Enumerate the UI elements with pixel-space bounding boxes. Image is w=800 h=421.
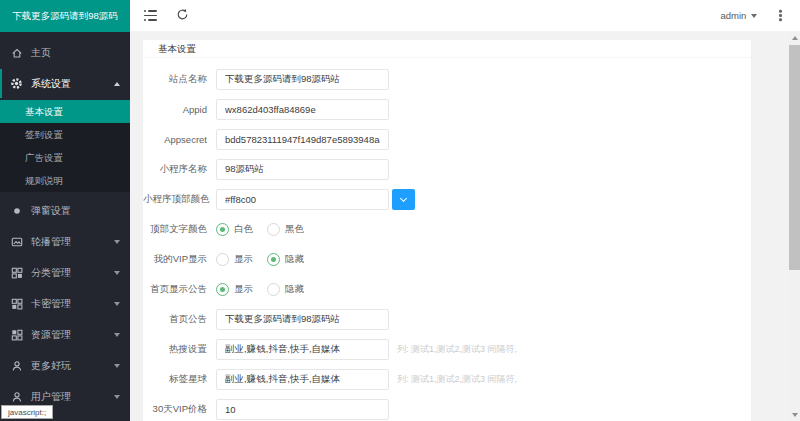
sidebar-item-category[interactable]: 分类管理 <box>0 258 130 287</box>
miniprogram-name-input[interactable] <box>216 159 389 180</box>
field-label: Appsecret <box>143 134 216 145</box>
form-row: 标签星球 列: 测试1,测试2,测试3 间隔符, <box>143 369 751 390</box>
field-label: 首页显示公告 <box>143 283 216 296</box>
system-settings-submenu: 基本设置 签到设置 广告设置 规则说明 <box>0 100 130 192</box>
form-row: 30天VIP价格 <box>143 399 751 420</box>
username: admin <box>721 10 747 21</box>
form-row: 小程序名称 <box>143 159 751 180</box>
site-name-input[interactable] <box>216 69 389 90</box>
carousel-icon <box>10 235 23 248</box>
resource-icon <box>10 328 23 341</box>
sidebar-subitem-basic-settings[interactable]: 基本设置 <box>0 100 130 123</box>
field-label: 顶部文字颜色 <box>143 223 216 236</box>
radio-option-hide[interactable]: 隐藏 <box>267 253 304 266</box>
triangle-down-icon <box>792 413 798 417</box>
radio-icon <box>216 283 229 296</box>
sidebar-item-label: 资源管理 <box>31 328 71 342</box>
sidebar-item-label: 卡密管理 <box>31 297 71 311</box>
radio-icon <box>267 253 280 266</box>
topbar: admin <box>130 0 800 32</box>
sidebar-item-popup-settings[interactable]: 弹窗设置 <box>0 196 130 225</box>
sidebar-item-label: 分类管理 <box>31 266 71 280</box>
triangle-up-icon <box>792 36 798 40</box>
main-area: admin 基本设置 站点名称 Appid <box>130 0 800 421</box>
radio-option-show[interactable]: 显示 <box>216 253 253 266</box>
sidebar-item-carousel[interactable]: 轮播管理 <box>0 227 130 256</box>
card-key-icon <box>10 297 23 310</box>
chevron-down-icon <box>114 364 120 368</box>
toggle-sidebar-icon[interactable] <box>144 10 157 21</box>
refresh-icon[interactable] <box>176 7 189 25</box>
field-label: 站点名称 <box>143 73 216 86</box>
sidebar-subitem-checkin-settings[interactable]: 签到设置 <box>0 123 130 146</box>
sidebar-subitem-ad-settings[interactable]: 广告设置 <box>0 146 130 169</box>
color-picker-button[interactable] <box>392 189 415 210</box>
radio-option-show[interactable]: 显示 <box>216 283 253 296</box>
appid-input[interactable] <box>216 99 389 120</box>
sidebar-subitem-rules[interactable]: 规则说明 <box>0 169 130 192</box>
appsecret-input[interactable] <box>216 129 389 150</box>
field-label: Appid <box>143 104 216 115</box>
form-row: 小程序顶部颜色 <box>143 189 751 210</box>
field-label: 热搜设置 <box>143 343 216 356</box>
vertical-scrollbar[interactable] <box>789 32 800 421</box>
top-color-input[interactable] <box>216 189 389 210</box>
sidebar-nav: 主页 系统设置 基本设置 签到设置 广告设置 规则说明 <box>0 32 130 411</box>
radio-icon <box>267 223 280 236</box>
form-row: Appsecret <box>143 129 751 150</box>
dot-icon <box>10 204 23 217</box>
radio-option-white[interactable]: 白色 <box>216 223 253 236</box>
sidebar-item-card-key[interactable]: 卡密管理 <box>0 289 130 318</box>
fun-icon <box>10 359 23 372</box>
chevron-down-icon <box>114 240 120 244</box>
admin-app: 下载更多源码请到98源码 主页 系统设置 基本设置 <box>0 0 800 421</box>
chevron-down-icon <box>400 195 407 202</box>
sidebar-item-label: 更多好玩 <box>31 359 71 373</box>
scrollbar-thumb[interactable] <box>789 45 800 270</box>
sidebar-item-home[interactable]: 主页 <box>0 38 130 67</box>
form-row: Appid <box>143 99 751 120</box>
home-notice-input[interactable] <box>216 309 389 330</box>
vip-price-input[interactable] <box>216 399 389 420</box>
more-options-icon[interactable] <box>779 14 782 17</box>
scroll-up-button[interactable] <box>789 32 800 44</box>
gear-icon <box>10 77 23 90</box>
chevron-down-icon <box>114 271 120 275</box>
user-menu[interactable]: admin <box>721 10 758 21</box>
sidebar-item-resource[interactable]: 资源管理 <box>0 320 130 349</box>
field-label: 30天VIP价格 <box>143 403 216 416</box>
radio-option-black[interactable]: 黑色 <box>267 223 304 236</box>
scroll-down-button[interactable] <box>789 409 800 421</box>
hot-search-input[interactable] <box>216 339 389 360</box>
sidebar-item-label: 主页 <box>31 46 51 60</box>
field-hint: 列: 测试1,测试2,测试3 间隔符, <box>397 343 517 356</box>
sidebar-item-label: 系统设置 <box>31 77 71 91</box>
sidebar-item-more-fun[interactable]: 更多好玩 <box>0 351 130 380</box>
page-content: 基本设置 站点名称 Appid Appsecret <box>130 32 789 421</box>
radio-icon <box>267 283 280 296</box>
category-icon <box>10 266 23 279</box>
chevron-down-icon <box>114 395 120 399</box>
sidebar-logo: 下载更多源码请到98源码 <box>0 0 130 32</box>
form-row: 首页公告 <box>143 309 751 330</box>
settings-card: 基本设置 站点名称 Appid Appsecret <box>143 40 751 421</box>
home-icon <box>10 46 23 59</box>
sidebar-item-label: 轮播管理 <box>31 235 71 249</box>
field-label: 标签星球 <box>143 373 216 386</box>
field-label: 我的VIP显示 <box>143 253 216 266</box>
radio-option-hide[interactable]: 隐藏 <box>267 283 304 296</box>
tag-planet-input[interactable] <box>216 369 389 390</box>
settings-form: 站点名称 Appid Appsecret 小程序名称 <box>143 58 751 420</box>
field-label: 小程序顶部颜色 <box>143 193 216 206</box>
radio-icon <box>216 253 229 266</box>
chevron-down-icon <box>114 333 120 337</box>
field-label: 首页公告 <box>143 313 216 326</box>
card-title: 基本设置 <box>143 40 751 58</box>
sidebar-item-system-settings[interactable]: 系统设置 <box>0 69 130 98</box>
form-row: 热搜设置 列: 测试1,测试2,测试3 间隔符, <box>143 339 751 360</box>
chevron-down-icon <box>751 14 757 18</box>
form-row: 顶部文字颜色 白色 黑色 <box>143 219 751 240</box>
form-row: 我的VIP显示 显示 隐藏 <box>143 249 751 270</box>
topbar-left <box>144 7 189 25</box>
browser-status-tooltip: javascript:; <box>1 405 53 419</box>
